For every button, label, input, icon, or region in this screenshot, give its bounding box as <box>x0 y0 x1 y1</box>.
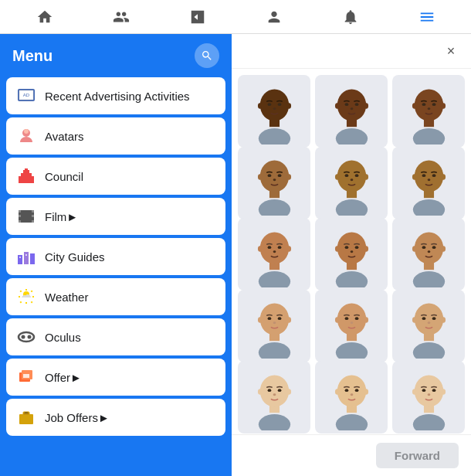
svg-point-108 <box>277 318 281 321</box>
svg-point-84 <box>277 246 281 249</box>
hamburger-menu-icon[interactable] <box>413 3 441 31</box>
home-icon[interactable] <box>31 3 59 31</box>
sidebar-item-offers[interactable]: Offer► <box>6 359 225 396</box>
svg-point-65 <box>335 199 367 216</box>
svg-point-68 <box>354 174 358 177</box>
svg-point-137 <box>335 414 367 430</box>
svg-point-71 <box>364 174 368 180</box>
sidebar: Menu AD Recent Advertising Activities Av… <box>0 34 232 476</box>
svg-point-79 <box>441 174 446 180</box>
sidebar-item-avatars[interactable]: Avatars <box>6 117 225 155</box>
avatar-cell[interactable] <box>392 290 465 362</box>
svg-point-92 <box>354 246 358 249</box>
sidebar-item-job-offers[interactable]: Job Offers► <box>6 399 225 436</box>
sidebar-title: Menu <box>12 47 53 65</box>
svg-point-49 <box>412 128 444 144</box>
avatar-panel-header: × <box>232 34 471 69</box>
svg-point-119 <box>364 318 368 324</box>
svg-point-100 <box>432 246 435 249</box>
svg-point-43 <box>344 103 348 106</box>
avatar-cell[interactable] <box>238 147 310 219</box>
sidebar-item-avatars-label: Avatars <box>45 130 216 143</box>
avatar-cell[interactable] <box>238 75 310 148</box>
avatar-cell[interactable] <box>392 361 465 434</box>
svg-point-132 <box>277 389 281 392</box>
svg-point-149 <box>427 393 430 396</box>
sidebar-header: Menu <box>0 34 232 74</box>
svg-point-131 <box>267 389 271 392</box>
svg-point-66 <box>337 161 366 192</box>
avatar-cell[interactable] <box>315 361 388 434</box>
svg-point-134 <box>257 389 262 395</box>
svg-point-123 <box>422 318 425 321</box>
svg-point-101 <box>427 250 430 253</box>
svg-point-86 <box>257 246 262 252</box>
svg-point-133 <box>273 393 276 396</box>
people-icon[interactable] <box>107 3 135 31</box>
svg-point-124 <box>432 318 435 321</box>
svg-point-47 <box>364 103 368 109</box>
play-icon[interactable] <box>184 3 212 31</box>
svg-point-58 <box>259 161 289 192</box>
sidebar-item-weather-label: Weather <box>45 291 216 304</box>
sidebar-item-city-guides[interactable]: City Guides <box>6 238 225 275</box>
avatar-cell[interactable] <box>392 218 465 291</box>
svg-rect-11 <box>19 210 21 212</box>
svg-point-77 <box>427 178 430 181</box>
svg-point-44 <box>354 103 358 106</box>
profile-icon[interactable] <box>260 3 288 31</box>
svg-point-35 <box>267 103 271 106</box>
svg-point-145 <box>412 414 444 430</box>
svg-point-53 <box>427 107 430 110</box>
svg-point-55 <box>441 103 446 109</box>
sidebar-item-recent-ads[interactable]: AD Recent Advertising Activities <box>6 77 225 114</box>
close-button[interactable]: × <box>440 40 462 62</box>
offers-icon <box>15 366 37 388</box>
svg-point-78 <box>412 174 416 180</box>
avatar-cell[interactable] <box>315 75 388 148</box>
svg-point-73 <box>412 199 444 216</box>
svg-point-85 <box>273 250 276 253</box>
avatar-grid <box>232 69 471 434</box>
svg-point-146 <box>414 375 443 406</box>
sidebar-search-button[interactable] <box>195 43 219 68</box>
sidebar-item-weather[interactable]: Weather <box>6 278 225 315</box>
svg-point-42 <box>337 89 366 121</box>
sidebar-item-oculus[interactable]: Oculus <box>6 318 225 355</box>
svg-point-89 <box>335 271 367 287</box>
sidebar-item-film-label: Film► <box>45 210 216 223</box>
svg-point-106 <box>259 304 289 335</box>
avatar-cell[interactable] <box>392 147 465 219</box>
oculus-icon <box>15 326 37 348</box>
sidebar-item-council-label: Council <box>45 170 216 183</box>
svg-point-59 <box>267 174 271 177</box>
sidebar-item-offers-label: Offer► <box>45 371 216 384</box>
sidebar-items-list: AD Recent Advertising Activities Avatars… <box>0 74 232 439</box>
avatar-cell[interactable] <box>392 75 465 148</box>
avatar-cell[interactable] <box>238 361 310 434</box>
sidebar-item-council[interactable]: Council <box>6 158 225 195</box>
avatar-cell[interactable] <box>238 290 310 362</box>
sidebar-item-film[interactable]: Film► <box>6 198 225 235</box>
svg-point-50 <box>414 89 443 121</box>
avatar-cell[interactable] <box>315 218 388 291</box>
svg-point-141 <box>350 393 353 396</box>
svg-point-135 <box>286 389 291 395</box>
avatar-cell[interactable] <box>315 290 388 362</box>
svg-point-138 <box>337 375 366 406</box>
svg-point-95 <box>364 246 368 252</box>
svg-point-93 <box>350 250 353 253</box>
svg-point-130 <box>259 375 289 406</box>
svg-rect-29 <box>19 414 33 424</box>
svg-point-122 <box>414 304 443 335</box>
avatar-cell[interactable] <box>238 218 310 291</box>
svg-point-97 <box>412 271 444 287</box>
avatar-panel: × Forward <box>232 34 471 476</box>
bell-icon[interactable] <box>337 3 364 31</box>
avatar-cell[interactable] <box>315 147 388 219</box>
svg-point-25 <box>28 335 32 339</box>
svg-point-151 <box>441 389 446 395</box>
forward-button[interactable]: Forward <box>376 443 459 468</box>
sidebar-item-oculus-label: Oculus <box>45 331 216 344</box>
svg-point-98 <box>414 232 443 264</box>
